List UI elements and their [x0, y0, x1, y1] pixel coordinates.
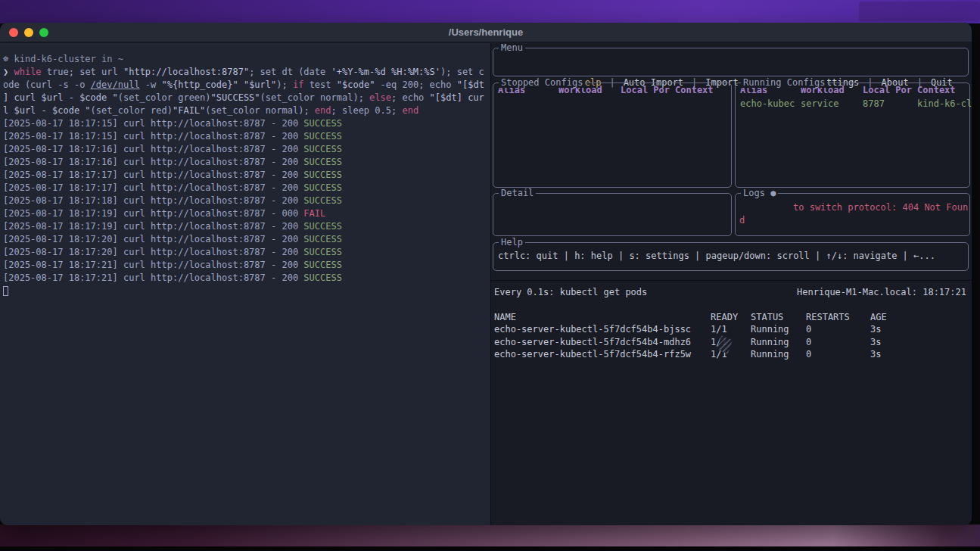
pod-age: 3s — [870, 323, 968, 336]
terminal-text-segment: [2025-08-17 18:17:16] curl http://localh… — [3, 157, 303, 167]
terminal-lines: ☸ kind-k6-cluster in ~ ❯ while true; set… — [3, 53, 490, 285]
pod-restarts: 0 — [806, 336, 870, 349]
config-alias: echo-kubec — [740, 98, 801, 109]
terminal-text-segment: SUCCESS — [303, 144, 342, 154]
terminal-text-segment: [2025-08-17 18:17:20] curl http://localh… — [3, 247, 303, 257]
stopped-configs-panel: Stopped Configs Alias Workload Local Por… — [493, 82, 732, 188]
terminal-text-segment: SUCCESS — [303, 118, 342, 129]
window-titlebar[interactable]: /Users/henrique — [0, 23, 972, 42]
window-title: /Users/henrique — [0, 26, 972, 38]
terminal-text-segment: [2025-08-17 18:17:15] curl http://localh… — [3, 131, 303, 142]
pod-name: echo-server-kubectl-5f7dcf54b4-bjssc — [494, 323, 711, 336]
terminal-text-segment: kind-k6-cluster — [14, 54, 95, 64]
pod-age: 3s — [870, 348, 968, 361]
terminal-text-segment: /dev/null — [91, 79, 140, 90]
menu-panel-title: Menu — [499, 42, 525, 53]
terminal-text-segment — [238, 79, 244, 90]
pod-name: echo-server-kubectl-5f7dcf54b4-mdhz6 — [494, 336, 711, 349]
terminal-text-segment: SUCCESS — [303, 247, 342, 257]
col-context: Context — [917, 85, 965, 95]
terminal-line: [2025-08-17 18:17:19] curl http://localh… — [3, 207, 490, 220]
terminal-text-segment: ; sleep 0.5; — [331, 105, 403, 116]
help-panel: Help ctrlc: quit | h: help | s: settings… — [493, 242, 969, 271]
col-local-port: Local Por — [621, 85, 675, 95]
terminal-text-segment: ode (curl -s -o — [3, 79, 91, 90]
detail-panel: Detail — [493, 193, 732, 236]
log-error-line: to switch protocol: 404 Not Foun — [736, 201, 969, 214]
stopped-configs-title: Stopped Configs — [499, 77, 585, 88]
config-workload: service — [801, 98, 863, 109]
shell-pane[interactable]: ☸ kind-k6-cluster in ~ ❯ while true; set… — [0, 43, 490, 525]
watch-pane[interactable]: Every 0.1s: kubectl get pods Henrique-M1… — [491, 280, 972, 525]
terminal-line: ] curl $url - $code "(set_color green)"S… — [3, 92, 490, 104]
pod-status: Running — [751, 336, 806, 349]
help-shortcuts-text: ctrlc: quit | h: help | s: settings | pa… — [493, 243, 968, 269]
terminal-text-segment: SUCCESS — [303, 170, 342, 180]
wallpaper-accent-shape — [859, 2, 980, 21]
terminal-text-segment: [2025-08-17 18:17:19] curl http://localh… — [3, 208, 303, 219]
terminal-text-segment: in — [96, 54, 118, 64]
terminal-text-segment: SUCCESS — [303, 260, 342, 270]
pod-age: 3s — [870, 336, 968, 349]
logs-content: to switch protocol: 404 Not Foun d — [736, 194, 969, 226]
terminal-line: [2025-08-17 18:17:16] curl http://localh… — [3, 156, 490, 169]
config-context: kind-k6-cl — [917, 98, 972, 109]
terminal-text-segment: -eq 200; echo — [375, 79, 456, 90]
pods-table-header: NAME READY STATUS RESTARTS AGE — [494, 311, 968, 324]
watch-header: Every 0.1s: kubectl get pods Henrique-M1… — [494, 286, 968, 299]
terminal-line: [2025-08-17 18:17:21] curl http://localh… — [3, 272, 490, 285]
terminal-text-segment: ; — [359, 92, 369, 103]
pod-status: Running — [751, 323, 806, 336]
pod-ready: 1/1 — [711, 348, 751, 361]
col-age: AGE — [870, 311, 968, 324]
menu-panel: Menu |Help|Auto Import|Import|Export|Set… — [493, 48, 969, 76]
help-panel-title: Help — [499, 237, 525, 247]
watch-host-time: Henrique-M1-Mac.local: 18:17:21 — [797, 286, 966, 299]
logs-indicator-icon: ● — [770, 188, 776, 198]
terminal-text-segment: (set_color normal) — [205, 105, 303, 116]
prompt-line — [3, 285, 490, 297]
terminal-text-segment: ); — [276, 79, 293, 90]
running-configs-panel: Running Configs Alias Workload Local Por… — [735, 82, 970, 188]
config-local-port: 8787 — [863, 98, 917, 109]
terminal-text-segment: "$url" — [244, 79, 276, 90]
terminal-text-segment: ☸ — [3, 54, 14, 64]
terminal-line: [2025-08-17 18:17:18] curl http://localh… — [3, 195, 490, 207]
tui-pane[interactable]: Menu |Help|Auto Import|Import|Export|Set… — [491, 43, 972, 279]
terminal-text-segment: SUCCESS — [303, 182, 342, 193]
terminal-text-segment: "$code" — [337, 79, 375, 90]
terminal-text-segment: [2025-08-17 18:17:17] curl http://localh… — [3, 182, 303, 193]
terminal-line: l $url - $code "(set_color red)"FAIL"(se… — [3, 104, 490, 117]
terminal-text-segment: (set_color green) — [118, 92, 211, 103]
pod-restarts: 0 — [806, 348, 870, 361]
col-ready: READY — [711, 311, 751, 324]
terminal-line: ☸ kind-k6-cluster in ~ — [3, 53, 490, 66]
terminal-text-segment: SUCCESS — [303, 272, 342, 283]
terminal-text-segment: if — [293, 79, 303, 90]
terminal-text-segment: while — [14, 67, 41, 77]
terminal-line: [2025-08-17 18:17:15] curl http://localh… — [3, 117, 490, 130]
terminal-text-segment: test — [303, 79, 336, 90]
running-config-row[interactable]: echo-kubec service 8787 kind-k6-cl — [736, 97, 969, 111]
logs-panel: Logs ● to switch protocol: 404 Not Foun … — [735, 193, 970, 236]
terminal-text-segment: -w — [140, 79, 162, 90]
terminal-text-segment: SUCCESS — [303, 221, 342, 232]
terminal-text-segment: "SUCCESS" — [211, 92, 260, 103]
terminal-text-segment: [2025-08-17 18:17:17] curl http://localh… — [3, 170, 303, 180]
terminal-text-segment: true; set url — [42, 67, 123, 77]
terminal-cursor — [3, 286, 8, 296]
pod-row: echo-server-kubectl-5f7dcf54b4-bjssc 1/1… — [494, 323, 968, 336]
terminal-line: [2025-08-17 18:17:21] curl http://localh… — [3, 259, 490, 272]
pod-ready: 1/1 — [711, 323, 751, 336]
terminal-text-segment: ~ — [118, 54, 123, 64]
terminal-text-segment: [2025-08-17 18:17:21] curl http://localh… — [3, 272, 303, 283]
terminal-text-segment: ; echo — [391, 92, 430, 103]
terminal-text-segment: "[$dt] cur — [430, 92, 484, 103]
desktop-bottom-bar — [0, 546, 980, 551]
col-local-port: Local Por — [863, 85, 917, 95]
terminal-text-segment: SUCCESS — [303, 131, 342, 142]
desktop-wallpaper-top — [0, 0, 980, 23]
terminal-line: [2025-08-17 18:17:19] curl http://localh… — [3, 220, 490, 233]
terminal-line: [2025-08-17 18:17:15] curl http://localh… — [3, 130, 490, 143]
pods-table: NAME READY STATUS RESTARTS AGE echo-serv… — [494, 311, 968, 361]
